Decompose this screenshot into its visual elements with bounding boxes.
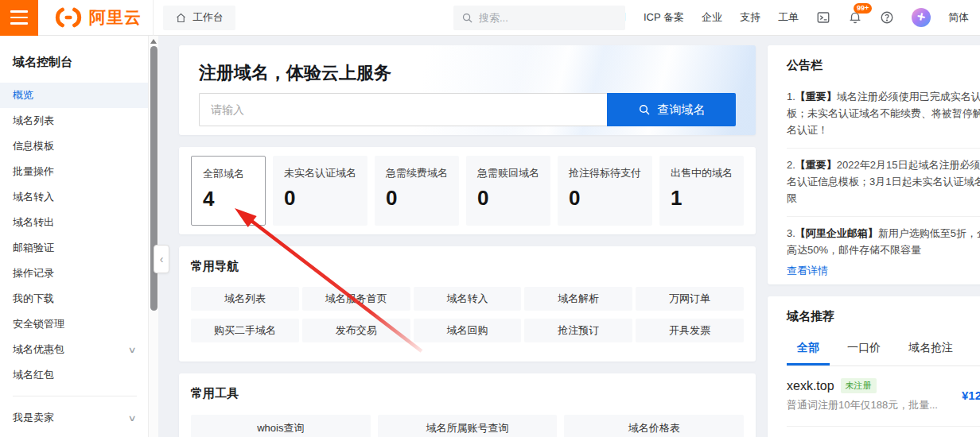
- sidebar-item-label: 信息模板: [13, 133, 54, 159]
- header-nav-link[interactable]: ICP 备案: [644, 10, 684, 25]
- sidebar-item-label: 域名列表: [13, 108, 54, 133]
- scrollbar-up-arrow[interactable]: [150, 39, 157, 44]
- recommend-title: 域名推荐: [787, 309, 980, 324]
- tool-button[interactable]: whois查询: [191, 415, 371, 437]
- quick-nav-button[interactable]: 开具发票: [636, 319, 744, 342]
- global-search-input[interactable]: [479, 12, 606, 24]
- register-domain-banner: 注册域名，体验云上服务 查询域名: [179, 45, 756, 135]
- recommend-domain-row[interactable]: xexk.top 未注册 普通词注册10年仅188元，批量... ¥12.0: [787, 378, 980, 427]
- quick-nav-button[interactable]: 域名回购: [414, 319, 522, 342]
- sidebar-scrollbar: [149, 36, 158, 437]
- stat-box[interactable]: 急需续费域名 0: [375, 156, 459, 226]
- sidebar-item-label: 安全锁管理: [13, 311, 64, 337]
- avatar[interactable]: [912, 8, 931, 27]
- stat-box[interactable]: 未实名认证域名 0: [273, 156, 368, 226]
- sidebar-item-label: 域名转入: [13, 184, 54, 210]
- stat-box[interactable]: 抢注得标待支付 0: [558, 156, 652, 226]
- sidebar-item[interactable]: 信息模板: [0, 133, 148, 159]
- hamburger-menu-button[interactable]: [0, 0, 38, 36]
- header-divider: [153, 0, 154, 36]
- stat-value: 4: [203, 187, 254, 211]
- quick-nav-button[interactable]: 抢注预订: [524, 319, 632, 342]
- unregistered-badge: 未注册: [841, 378, 877, 393]
- domain-search-input[interactable]: [199, 93, 607, 126]
- stat-label: 急需续费域名: [386, 166, 448, 180]
- search-domain-button[interactable]: 查询域名: [607, 93, 736, 126]
- notifications-bell-icon[interactable]: 99+: [848, 10, 862, 25]
- sidebar-item[interactable]: 批量操作: [0, 159, 148, 184]
- sidebar-item[interactable]: 邮箱验证: [0, 235, 148, 261]
- domain-price: ¥12.0: [962, 389, 980, 402]
- sidebar-title: 域名控制台: [0, 36, 148, 83]
- tool-button[interactable]: 域名所属账号查询: [378, 415, 558, 437]
- sidebar-item[interactable]: 我的下载: [0, 286, 148, 311]
- view-details-link[interactable]: 查看详情: [787, 264, 828, 278]
- quick-nav-button[interactable]: 域名解析: [524, 287, 632, 311]
- quick-nav-button[interactable]: 发布交易: [302, 319, 410, 342]
- sidebar-item[interactable]: 操作记录: [0, 261, 148, 286]
- sidebar-item-label: 域名转出: [13, 210, 54, 235]
- stat-box[interactable]: 出售中的域名 1: [659, 156, 744, 226]
- global-search-box: [453, 6, 625, 30]
- sidebar-item[interactable]: 域名优惠包 ∨: [0, 337, 148, 362]
- search-icon: [638, 103, 651, 116]
- domain-stats-card: 全部域名 4 未实名认证域名 0 急需续费域名 0 急需赎回域名 0 抢注得标待…: [179, 147, 756, 234]
- sidebar: 域名控制台 概览 域名列表 信息模板 批量操作 域名转入 域名转出: [0, 36, 149, 437]
- recommend-tab[interactable]: 域名抢注: [898, 341, 963, 365]
- banner-title: 注册域名，体验云上服务: [199, 61, 736, 85]
- chevron-down-icon: ∨: [127, 337, 136, 362]
- section-title: 常用工具: [191, 386, 744, 401]
- stat-value: 0: [386, 186, 448, 211]
- sidebar-item-label: 域名优惠包: [13, 337, 64, 362]
- sidebar-item-label: 域名红包: [13, 362, 54, 388]
- aliyun-brackets-icon: [51, 6, 86, 29]
- help-icon[interactable]: [880, 10, 894, 25]
- notification-count-badge: 99+: [854, 3, 872, 14]
- workspace-button[interactable]: 工作台: [163, 6, 235, 30]
- sidebar-collapse-handle[interactable]: ‹: [154, 245, 169, 273]
- stat-box[interactable]: 全部域名 4: [191, 156, 266, 226]
- stat-value: 0: [569, 186, 641, 211]
- aliyun-domain-console: 阿里云 工作台 费用ICP 备案企业支持工单: [0, 0, 980, 437]
- top-header: 阿里云 工作台 费用ICP 备案企业支持工单: [0, 0, 980, 36]
- home-icon: [175, 12, 187, 24]
- domain-name: xexk.top: [787, 379, 834, 393]
- domain-search-bar: 查询域名: [199, 93, 736, 126]
- announcement-item: 3.【阿里企业邮箱】新用户选购低至5折，企业成 高达50%，邮件存储不限容量 查…: [787, 216, 980, 284]
- quick-nav-button[interactable]: 购买二手域名: [191, 319, 299, 342]
- quick-nav-button[interactable]: 万网订单: [636, 287, 744, 311]
- announcement-board: 公告栏 1.【重要】域名注册必须使用已完成实名认证的 板；未实名认证域名不能续费…: [768, 45, 980, 284]
- aliyun-logo[interactable]: 阿里云: [51, 6, 142, 29]
- stat-box[interactable]: 急需赎回域名 0: [466, 156, 550, 226]
- header-right-nav: 费用ICP 备案企业支持工单 99+ 简体: [605, 8, 980, 27]
- header-nav-link[interactable]: 工单: [778, 10, 799, 25]
- quick-nav-button[interactable]: 域名列表: [191, 287, 299, 311]
- stat-value: 0: [284, 186, 356, 211]
- domain-recommend-card: 域名推荐 全部一口价域名抢注 xexk.top 未注册 普通词注册10年仅188…: [768, 296, 980, 437]
- brand-name: 阿里云: [89, 6, 142, 29]
- header-nav-link[interactable]: 支持: [740, 10, 760, 25]
- header-nav-link[interactable]: 企业: [702, 10, 722, 25]
- sidebar-item[interactable]: 域名红包: [0, 362, 148, 388]
- stat-label: 全部域名: [203, 167, 254, 181]
- sidebar-item[interactable]: 域名列表: [0, 108, 148, 133]
- stat-value: 0: [477, 186, 539, 211]
- quick-nav-button[interactable]: 域名转入: [414, 287, 522, 311]
- sidebar-item[interactable]: 我是卖家 ∨: [0, 405, 148, 431]
- common-navigation-card: 常用导航 域名列表域名服务首页域名转入域名解析万网订单购买二手域名发布交易域名回…: [179, 246, 756, 362]
- cloudshell-terminal-icon[interactable]: [816, 10, 830, 25]
- recommend-tab[interactable]: 全部: [787, 341, 830, 365]
- tool-button[interactable]: 域名价格表: [564, 415, 744, 437]
- sidebar-item-label: 概览: [13, 83, 33, 108]
- sidebar-item-label: 邮箱验证: [13, 235, 54, 261]
- sidebar-item[interactable]: 概览: [0, 83, 148, 108]
- recommend-tab[interactable]: 一口价: [837, 341, 891, 365]
- stat-value: 1: [671, 186, 733, 211]
- locale-switcher[interactable]: 简体: [948, 10, 969, 25]
- sidebar-item[interactable]: 安全锁管理: [0, 311, 148, 337]
- stat-label: 出售中的域名: [671, 166, 733, 180]
- section-title: 常用导航: [191, 259, 744, 274]
- quick-nav-button[interactable]: 域名服务首页: [302, 287, 410, 311]
- sidebar-item[interactable]: 域名转入: [0, 184, 148, 210]
- sidebar-item[interactable]: 域名转出: [0, 210, 148, 235]
